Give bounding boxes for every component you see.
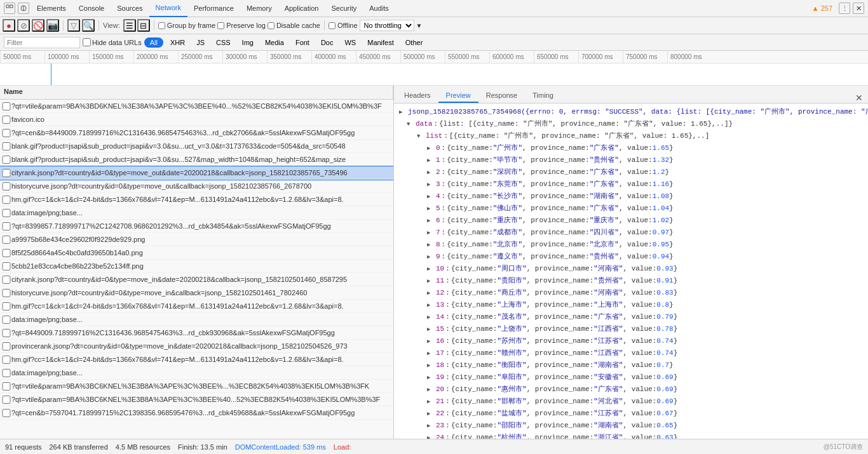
json-toggle-item[interactable]: ▶: [427, 276, 435, 287]
json-toggle-item[interactable]: ▶: [427, 251, 435, 263]
request-checkbox[interactable]: [1, 356, 11, 364]
request-row[interactable]: ?qt=vtile&param=9BA%3BC6KNEL%3E3B8A%3APE…: [0, 380, 393, 393]
json-toggle-item[interactable]: ▶: [427, 239, 435, 251]
request-checkbox[interactable]: [1, 236, 11, 244]
detail-tab-preview[interactable]: Preview: [438, 89, 478, 103]
json-toggle-item[interactable]: ▶: [427, 348, 435, 359]
json-toggle-item[interactable]: ▶: [427, 288, 435, 299]
request-checkbox[interactable]: [1, 396, 11, 404]
filter-media-button[interactable]: Media: [261, 37, 288, 48]
request-row[interactable]: ?qt=8399857.718999717%2C1242708.96862012…: [0, 220, 393, 233]
json-toggle-item[interactable]: ▶: [427, 372, 435, 384]
request-checkbox[interactable]: [1, 102, 11, 110]
preserve-log-label[interactable]: Preserve log: [217, 22, 266, 29]
json-toggle-item[interactable]: ▶: [427, 432, 435, 439]
request-checkbox[interactable]: [1, 289, 11, 297]
tab-console[interactable]: Console: [72, 0, 111, 17]
group-by-frame-checkbox[interactable]: [158, 22, 165, 29]
json-toggle-item[interactable]: ▶: [427, 300, 435, 311]
request-checkbox[interactable]: [1, 196, 11, 204]
json-toggle-item[interactable]: ▶: [427, 215, 435, 227]
request-checkbox[interactable]: [1, 129, 11, 137]
json-toggle-item[interactable]: ▶: [427, 324, 435, 335]
request-checkbox[interactable]: [1, 249, 11, 257]
settings-icon[interactable]: ⋮: [839, 3, 850, 14]
filter-css-button[interactable]: CSS: [212, 37, 235, 48]
devtools-icon-2[interactable]: [18, 3, 29, 14]
json-toggle-item[interactable]: ▶: [427, 360, 435, 371]
hide-data-urls-checkbox[interactable]: [83, 38, 91, 46]
request-row[interactable]: cityrank.jsonp?dt=country&id=0&type=move…: [0, 273, 393, 286]
filter-font-button[interactable]: Font: [291, 37, 314, 48]
request-row[interactable]: hm.gif?cc=1&ck=1&cl=24-bit&ds=1366x768&v…: [0, 353, 393, 366]
search-button[interactable]: 🔍: [82, 19, 95, 32]
request-checkbox[interactable]: [1, 209, 11, 217]
request-row[interactable]: cityrank.jsonp?dt=country&id=0&type=move…: [0, 166, 393, 180]
json-toggle-item[interactable]: ▶: [427, 191, 435, 203]
tab-security[interactable]: Security: [325, 0, 363, 17]
detail-tab-response[interactable]: Response: [478, 89, 526, 103]
request-row[interactable]: ?qt=cen&b=8449009.718999716%2C1316436.96…: [0, 126, 393, 140]
filter-manifest-button[interactable]: Manifest: [363, 37, 398, 48]
request-checkbox[interactable]: [1, 316, 11, 324]
request-row[interactable]: ?qt=8449009.718999716%2C1316436.96854754…: [0, 326, 393, 340]
json-toggle-item[interactable]: ▶: [427, 384, 435, 396]
request-checkbox[interactable]: [1, 156, 11, 164]
json-toggle-item[interactable]: ▶: [427, 420, 435, 432]
disable-cache-label[interactable]: Disable cache: [268, 22, 320, 29]
request-checkbox[interactable]: [1, 276, 11, 284]
camera-button[interactable]: 📷: [46, 19, 59, 32]
request-checkbox[interactable]: [1, 262, 11, 270]
throttle-dropdown-icon[interactable]: ▼: [416, 22, 423, 29]
hide-data-urls-label[interactable]: Hide data URLs: [83, 38, 142, 46]
view-list-icon[interactable]: ☰: [123, 19, 136, 32]
request-checkbox[interactable]: [1, 302, 11, 310]
json-toggle-item[interactable]: ▶: [427, 155, 435, 166]
filter-button[interactable]: ▽: [67, 19, 80, 32]
offline-checkbox[interactable]: [329, 22, 336, 29]
request-checkbox[interactable]: [1, 342, 11, 351]
request-row[interactable]: historycurve.jsonp?dt=country&id=0&type=…: [0, 286, 393, 300]
request-checkbox[interactable]: [1, 329, 11, 337]
detail-tab-timing[interactable]: Timing: [525, 89, 561, 103]
request-row[interactable]: ?qt=cen&b=7597041.718999715%2C1398356.96…: [0, 406, 393, 420]
filter-doc-button[interactable]: Doc: [316, 37, 338, 48]
stop-button[interactable]: ⊘: [17, 19, 30, 32]
tab-memory[interactable]: Memory: [240, 0, 278, 17]
requests-list[interactable]: ?qt=vtile&param=9BA%3BD6KNEL%3E38A%3APE%…: [0, 100, 393, 439]
tab-performance[interactable]: Performance: [187, 0, 240, 17]
request-checkbox[interactable]: [1, 116, 11, 124]
detail-content[interactable]: ▶ jsonp_1582102385765_7354968({errno: 0,…: [394, 103, 868, 439]
json-toggle-item[interactable]: ▶: [427, 179, 435, 190]
request-row[interactable]: hm.gif?cc=1&ck=1&cl=24-bit&ds=1366x768&v…: [0, 193, 393, 206]
devtools-icon-1[interactable]: [4, 3, 15, 14]
json-toggle-data[interactable]: ▼: [407, 119, 414, 130]
json-toggle-list[interactable]: ▼: [417, 131, 424, 142]
request-checkbox[interactable]: [1, 182, 11, 190]
record-button[interactable]: ●: [3, 19, 15, 32]
request-checkbox[interactable]: [1, 142, 11, 150]
clear-button[interactable]: 🚫: [32, 19, 44, 32]
request-row[interactable]: 5cbb21e83cca4cbe86b223be52c134ff.png: [0, 260, 393, 273]
json-toggle-item[interactable]: ▶: [427, 396, 435, 408]
request-row[interactable]: blank.gif?product=jsapi&sub_product=jsap…: [0, 140, 393, 153]
request-row[interactable]: hm.gif?cc=1&ck=1&cl=24-bit&ds=1366x768&v…: [0, 300, 393, 313]
offline-label[interactable]: Offline: [329, 22, 358, 29]
view-large-icon[interactable]: ⊟: [137, 19, 150, 32]
tab-network[interactable]: Network: [149, 0, 187, 17]
json-toggle-item[interactable]: ▶: [427, 312, 435, 323]
preserve-log-checkbox[interactable]: [217, 22, 224, 29]
filter-js-button[interactable]: JS: [192, 37, 209, 48]
request-checkbox[interactable]: [1, 369, 11, 377]
tab-sources[interactable]: Sources: [111, 0, 149, 17]
tab-application[interactable]: Application: [278, 0, 325, 17]
json-toggle-item[interactable]: ▶: [427, 264, 435, 275]
request-row[interactable]: favicon.ico: [0, 113, 393, 126]
group-by-frame-label[interactable]: Group by frame: [158, 22, 215, 29]
tab-audits[interactable]: Audits: [363, 0, 395, 17]
request-row[interactable]: data:image/png;base...: [0, 206, 393, 220]
request-row[interactable]: blank.gif?product=jsapi&sub_product=jsap…: [0, 153, 393, 166]
request-row[interactable]: historycurve.jsonp?dt=country&id=0&type=…: [0, 180, 393, 193]
json-toggle-item[interactable]: ▶: [427, 203, 435, 215]
throttle-select[interactable]: No throttling: [360, 20, 414, 31]
